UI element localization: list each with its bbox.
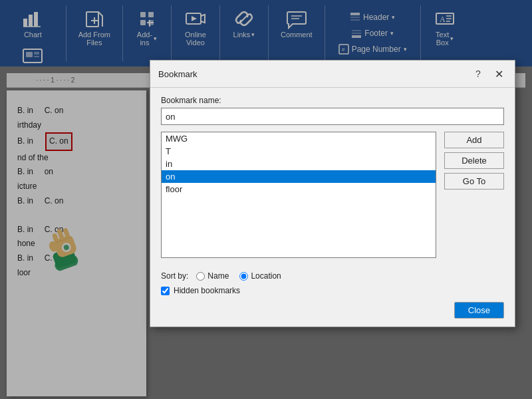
dialog-titlebar: Bookmark ? ✕ xyxy=(150,61,515,88)
bookmark-name-label: Bookmark name: xyxy=(161,96,504,105)
dialog-body: Bookmark name: MWG T in on floor Add Del… xyxy=(150,88,515,266)
sort-name-radio[interactable] xyxy=(196,272,205,281)
delete-button[interactable]: Delete xyxy=(444,152,504,169)
list-item-t[interactable]: T xyxy=(162,145,436,158)
sort-name-option[interactable]: Name xyxy=(196,271,229,281)
list-item-mwg[interactable]: MWG xyxy=(162,132,436,145)
sort-location-radio[interactable] xyxy=(239,272,248,281)
sort-options: Name Location xyxy=(196,271,281,281)
hidden-bookmarks-label: Hidden bookmarks xyxy=(174,286,240,295)
list-item-in[interactable]: in xyxy=(162,158,436,170)
sort-location-option[interactable]: Location xyxy=(239,271,281,281)
sort-location-label: Location xyxy=(251,271,281,281)
dialog-help-button[interactable]: ? xyxy=(471,66,485,81)
dialog-footer: Sort by: Name Location Hidden bookmarks … xyxy=(150,266,515,327)
bookmark-list[interactable]: MWG T in on floor xyxy=(161,132,436,258)
add-button[interactable]: Add xyxy=(444,132,504,148)
close-dialog-button[interactable]: Close xyxy=(454,302,504,319)
dialog-controls: ? ✕ xyxy=(471,66,507,82)
hidden-bookmarks-checkbox[interactable] xyxy=(161,287,170,295)
sort-label: Sort by: xyxy=(161,271,188,281)
close-btn-row: Close xyxy=(161,302,504,319)
dialog-close-button[interactable]: ✕ xyxy=(491,66,507,82)
sort-row: Sort by: Name Location xyxy=(161,271,504,281)
hidden-bookmarks-row: Hidden bookmarks xyxy=(161,286,504,295)
goto-button[interactable]: Go To xyxy=(444,173,504,190)
dialog-title: Bookmark xyxy=(158,69,198,79)
list-item-on[interactable]: on xyxy=(162,170,436,183)
list-item-floor[interactable]: floor xyxy=(162,183,436,196)
dialog-list-container: MWG T in on floor Add Delete Go To xyxy=(161,132,504,258)
dialog-actions: Add Delete Go To xyxy=(444,132,504,258)
sort-name-label: Name xyxy=(207,271,229,281)
bookmark-dialog: Bookmark ? ✕ Bookmark name: MWG T in on … xyxy=(150,60,515,327)
bookmark-name-input[interactable] xyxy=(161,108,504,125)
